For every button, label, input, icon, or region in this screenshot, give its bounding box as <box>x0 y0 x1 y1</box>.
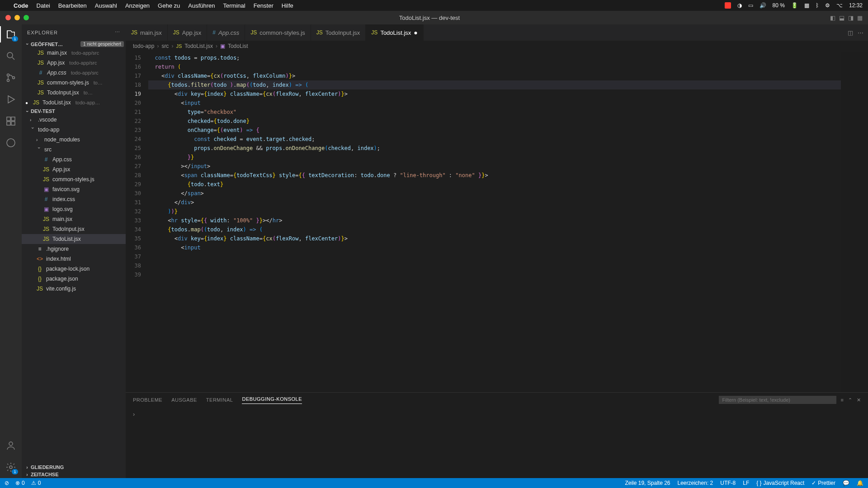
recording-icon[interactable] <box>725 2 731 9</box>
open-editor-item[interactable]: #App.csstodo-app/src <box>22 68 126 78</box>
status-lang[interactable]: { } JavaScript React <box>756 480 804 486</box>
maximize-window-button[interactable] <box>24 15 29 20</box>
menu-run[interactable]: Ausführen <box>188 2 215 9</box>
open-editors-section[interactable]: › GEÖFFNET… 1 nicht gespeichert <box>22 40 126 48</box>
folder-item[interactable]: ›src <box>22 145 126 155</box>
panel-tab-problems[interactable]: PROBLEME <box>133 397 162 403</box>
file-item[interactable]: ▣logo.svg <box>22 204 126 214</box>
panel-close-icon[interactable]: ✕ <box>857 397 861 403</box>
status-encoding[interactable]: UTF-8 <box>720 480 736 486</box>
battery-icon[interactable]: 🔋 <box>791 2 798 9</box>
display-icon[interactable]: ▭ <box>748 2 753 9</box>
wifi-icon[interactable]: ⚙ <box>825 2 830 9</box>
run-debug-activity-icon[interactable] <box>5 93 17 106</box>
open-editor-item[interactable]: JSTodoInput.jsxto… <box>22 88 126 98</box>
minimize-window-button[interactable] <box>14 15 20 20</box>
menu-help[interactable]: Hilfe <box>282 2 293 9</box>
status-cursor[interactable]: Zeile 19, Spalte 26 <box>625 480 670 486</box>
outline-section[interactable]: › GLIEDERUNG <box>22 464 126 471</box>
editor-tab[interactable]: JSTodoList.jsx● <box>366 24 423 41</box>
status-eol[interactable]: LF <box>743 480 749 486</box>
sound-icon[interactable]: 🔊 <box>760 2 766 9</box>
explorer-activity-icon[interactable]: 1 <box>5 28 17 41</box>
clock[interactable]: 12:32 <box>849 2 863 9</box>
extensions-activity-icon[interactable] <box>5 115 17 127</box>
close-window-button[interactable] <box>5 15 11 20</box>
search-activity-icon[interactable] <box>5 50 17 62</box>
panel-settings-icon[interactable]: ≡ <box>841 397 844 403</box>
settings-activity-icon[interactable]: 1 <box>5 461 17 474</box>
toggle-secondary-icon[interactable]: ◨ <box>848 14 854 21</box>
open-editor-item[interactable]: JSApp.jsxtodo-app/src <box>22 58 126 68</box>
file-item[interactable]: JSTodoList.jsx <box>22 234 126 244</box>
file-item[interactable]: {}package-lock.json <box>22 264 126 274</box>
status-spaces[interactable]: Leerzeichen: 2 <box>678 480 713 486</box>
remote-indicator[interactable]: ⊘ <box>5 480 9 486</box>
file-item[interactable]: #index.css <box>22 194 126 204</box>
accounts-activity-icon[interactable] <box>5 439 17 452</box>
toggle-sidebar-icon[interactable]: ◧ <box>830 14 835 21</box>
menu-view[interactable]: Anzeigen <box>125 2 150 9</box>
folder-item[interactable]: ›node_modules <box>22 135 126 145</box>
breadcrumb-item[interactable]: TodoList <box>228 43 248 49</box>
file-item[interactable]: JSvite.config.js <box>22 284 126 294</box>
editor-tab[interactable]: JScommon-styles.js <box>245 24 311 41</box>
file-item[interactable]: JScommon-styles.js <box>22 174 126 184</box>
file-item[interactable]: JSmain.jsx <box>22 214 126 224</box>
debug-console-filter-input[interactable] <box>719 396 836 404</box>
status-feedback-icon[interactable]: 💬 <box>843 480 849 486</box>
status-warnings[interactable]: ⚠ 0 <box>31 480 41 486</box>
control-center-icon[interactable]: ⌥ <box>836 2 843 9</box>
code-editor[interactable]: 1516171819202122232425262728293031323334… <box>126 52 868 392</box>
status-bell-icon[interactable]: 🔔 <box>857 480 863 486</box>
timeline-section[interactable]: › ZEITACHSE <box>22 471 126 478</box>
debug-console-body[interactable]: › <box>126 407 868 478</box>
menu-selection[interactable]: Auswahl <box>95 2 117 9</box>
remote-activity-icon[interactable] <box>5 136 17 149</box>
editor-tab[interactable]: #App.css <box>207 24 245 41</box>
open-editor-item[interactable]: ●JSTodoList.jsxtodo-app… <box>22 98 126 108</box>
folder-item[interactable]: ›todo-app <box>22 125 126 135</box>
menu-file[interactable]: Datei <box>37 2 50 9</box>
folder-item[interactable]: ›.vscode <box>22 115 126 125</box>
customize-layout-icon[interactable]: ▦ <box>857 14 863 21</box>
menu-terminal[interactable]: Terminal <box>223 2 245 9</box>
panel-tab-output[interactable]: AUSGABE <box>171 397 197 403</box>
editor-more-icon[interactable]: ⋯ <box>858 29 863 36</box>
breadcrumb-item[interactable]: TodoList.jsx <box>184 43 213 49</box>
battery-percent[interactable]: 80 % <box>773 2 785 9</box>
split-editor-icon[interactable]: ◫ <box>848 29 853 36</box>
file-item[interactable]: ▣favicon.svg <box>22 184 126 194</box>
file-item[interactable]: JSTodoInput.jsx <box>22 224 126 234</box>
file-item[interactable]: #App.css <box>22 155 126 164</box>
explorer-more-icon[interactable]: ⋯ <box>115 29 120 35</box>
open-editor-item[interactable]: JScommon-styles.jsto… <box>22 78 126 88</box>
minimap[interactable] <box>841 52 868 392</box>
workspace-section[interactable]: › DEV-TEST <box>22 108 126 115</box>
file-item[interactable]: ≡.hgignore <box>22 244 126 254</box>
app-name[interactable]: Code <box>14 2 28 9</box>
source-control-activity-icon[interactable] <box>5 71 17 84</box>
status-prettier[interactable]: ✓ Prettier <box>811 480 835 486</box>
open-editor-item[interactable]: JSmain.jsxtodo-app/src <box>22 48 126 58</box>
file-item[interactable]: <>index.html <box>22 254 126 264</box>
breadcrumb-item[interactable]: todo-app <box>133 43 154 49</box>
file-item[interactable]: JSApp.jsx <box>22 164 126 174</box>
panel-maximize-icon[interactable]: ⌃ <box>848 397 852 403</box>
menu-go[interactable]: Gehe zu <box>158 2 180 9</box>
breadcrumb-item[interactable]: src <box>161 43 169 49</box>
menu-edit[interactable]: Bearbeiten <box>58 2 87 9</box>
status-icon[interactable]: ◑ <box>737 2 742 9</box>
toggle-panel-icon[interactable]: ⬓ <box>839 14 844 21</box>
breadcrumbs[interactable]: todo-app› src› JS TodoList.jsx› ▣ TodoLi… <box>126 41 868 52</box>
bluetooth-icon[interactable]: ᛒ <box>816 2 819 9</box>
status-errors[interactable]: ⊗ 0 <box>15 480 25 486</box>
panel-tab-debug-console[interactable]: DEBUGGING-KONSOLE <box>242 396 302 404</box>
menu-window[interactable]: Fenster <box>254 2 274 9</box>
editor-tab[interactable]: JSApp.jsx <box>168 24 208 41</box>
tray-icon[interactable]: ▦ <box>804 2 809 9</box>
editor-tab[interactable]: JSTodoInput.jsx <box>311 24 366 41</box>
file-item[interactable]: {}package.json <box>22 274 126 284</box>
editor-tab[interactable]: JSmain.jsx <box>126 24 168 41</box>
panel-tab-terminal[interactable]: TERMINAL <box>206 397 233 403</box>
